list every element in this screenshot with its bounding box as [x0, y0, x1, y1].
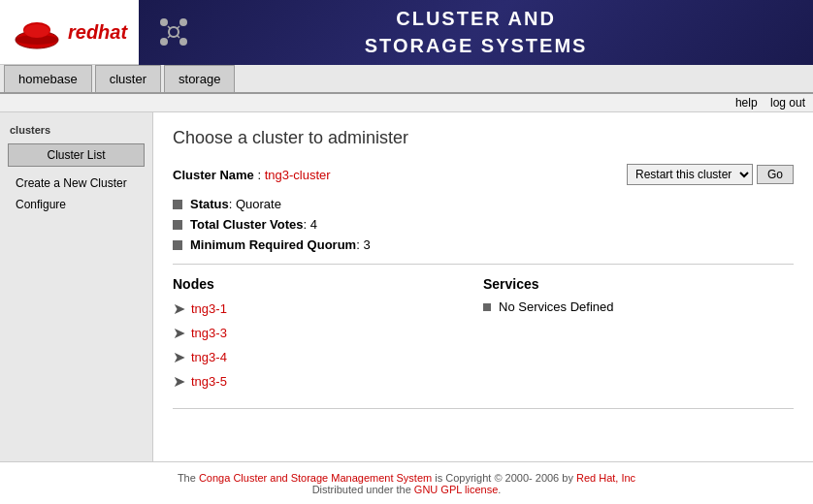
services-column: Services No Services Defined [483, 276, 794, 396]
navbar: homebase cluster storage [0, 65, 813, 94]
content-area: Choose a cluster to administer Cluster N… [153, 112, 813, 461]
banner-text: CLUSTER AND STORAGE SYSTEMS [365, 5, 588, 59]
quorum-row: Minimum Required Quorum : 3 [173, 237, 794, 252]
total-votes-row: Total Cluster Votes : 4 [173, 217, 794, 232]
svg-point-8 [160, 38, 168, 46]
tab-cluster[interactable]: cluster [95, 65, 161, 92]
tab-storage[interactable]: storage [164, 65, 235, 92]
status-bullet-icon [173, 200, 182, 209]
no-services-text: No Services Defined [499, 299, 614, 314]
configure-link[interactable]: Configure [8, 194, 145, 215]
bottom-divider [173, 408, 794, 409]
svg-line-10 [168, 26, 171, 29]
nodes-column: Nodes ➤ tng3-1 ➤ tng3-3 ➤ tng3-4 ➤ tng3-… [173, 276, 483, 396]
cluster-name-value: tng3-cluster [265, 168, 331, 182]
node-item: ➤ tng3-5 [173, 372, 483, 391]
logout-link[interactable]: log out [770, 96, 805, 110]
node-link-tng3-1[interactable]: tng3-1 [191, 301, 227, 316]
main-layout: clusters Cluster List Create a New Clust… [0, 112, 813, 461]
cluster-form-row: Cluster Name : tng3-cluster Restart this… [173, 164, 794, 185]
quorum-bullet-icon [173, 240, 182, 250]
restart-select[interactable]: Restart this cluster [627, 164, 753, 185]
status-value: Quorate [236, 197, 281, 211]
header: redhat CLUSTER AND STORAGE SYSTEMS [0, 0, 813, 65]
svg-point-6 [160, 18, 168, 26]
node-link-tng3-3[interactable]: tng3-3 [191, 326, 227, 340]
cluster-list-button[interactable]: Cluster List [8, 143, 145, 167]
header-banner: CLUSTER AND STORAGE SYSTEMS [139, 0, 813, 65]
no-services-item: No Services Defined [483, 299, 794, 314]
footer-dist-text: Distributed under the [312, 484, 414, 495]
cluster-icon [154, 13, 193, 51]
cluster-name-display: Cluster Name : tng3-cluster [173, 168, 331, 182]
svg-point-4 [24, 24, 49, 38]
nodes-heading: Nodes [173, 276, 483, 292]
sidebar-section-title: clusters [8, 124, 145, 136]
footer: The Conga Cluster and Storage Management… [0, 461, 813, 504]
svg-line-11 [177, 26, 179, 29]
footer-line1: The Conga Cluster and Storage Management… [10, 472, 803, 484]
create-cluster-link[interactable]: Create a New Cluster [8, 173, 145, 194]
node-icon-4: ➤ [173, 372, 185, 391]
cluster-name-label: Cluster Name [173, 168, 254, 182]
footer-line2: Distributed under the GNU GPL license. [10, 484, 803, 495]
go-button[interactable]: Go [757, 165, 794, 184]
redhat-wordmark: redhat [68, 21, 127, 44]
node-link-tng3-5[interactable]: tng3-5 [191, 374, 227, 389]
gpl-link[interactable]: GNU GPL license [414, 484, 498, 495]
footer-prefix: The [178, 472, 199, 484]
page-title: Choose a cluster to administer [173, 128, 794, 148]
svg-line-13 [177, 35, 179, 38]
node-item: ➤ tng3-1 [173, 299, 483, 318]
footer-period: . [498, 484, 501, 495]
redhat-company-link[interactable]: Red Hat, Inc [576, 472, 635, 484]
services-heading: Services [483, 276, 794, 292]
help-link[interactable]: help [735, 96, 758, 110]
toplinks-bar: help log out [0, 94, 813, 112]
svg-point-7 [179, 18, 187, 26]
node-item: ➤ tng3-3 [173, 324, 483, 342]
sidebar: clusters Cluster List Create a New Clust… [0, 112, 153, 461]
tab-homebase[interactable]: homebase [4, 65, 92, 92]
restart-controls: Restart this cluster Go [627, 164, 794, 185]
header-logo: redhat [0, 0, 139, 65]
node-link-tng3-4[interactable]: tng3-4 [191, 350, 227, 364]
redhat-logo-icon [12, 7, 62, 57]
node-icon-1: ➤ [173, 299, 185, 318]
status-label: Status [190, 197, 229, 211]
votes-bullet-icon [173, 220, 182, 230]
conga-link[interactable]: Conga Cluster and Storage Management Sys… [199, 472, 432, 484]
status-row: Status : Quorate [173, 197, 794, 211]
service-bullet-icon [483, 303, 491, 311]
quorum-label: Minimum Required Quorum [190, 237, 356, 252]
node-icon-2: ➤ [173, 324, 185, 342]
quorum-value: 3 [363, 237, 370, 252]
node-icon-3: ➤ [173, 348, 185, 366]
svg-point-9 [179, 38, 187, 46]
svg-line-12 [168, 35, 171, 38]
section-divider [173, 264, 794, 265]
total-votes-value: 4 [310, 217, 317, 232]
footer-suffix: is Copyright © 2000- 2006 by [432, 472, 576, 484]
columns-row: Nodes ➤ tng3-1 ➤ tng3-3 ➤ tng3-4 ➤ tng3-… [173, 276, 794, 396]
total-votes-label: Total Cluster Votes [190, 217, 304, 232]
node-item: ➤ tng3-4 [173, 348, 483, 366]
